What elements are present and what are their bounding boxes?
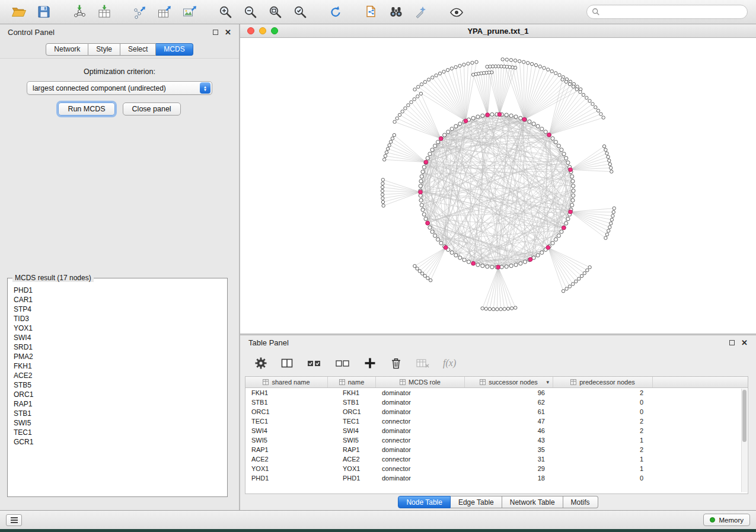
- tab-edge-table[interactable]: Edge Table: [451, 496, 502, 508]
- tab-style[interactable]: Style: [88, 43, 120, 56]
- export-group: [129, 2, 200, 21]
- table-row[interactable]: YOX1YOX1connector291: [245, 464, 748, 473]
- maximize-window-button[interactable]: [271, 27, 278, 34]
- export-table-button[interactable]: [154, 2, 176, 21]
- import-network-button[interactable]: [69, 2, 90, 21]
- network-canvas[interactable]: [240, 38, 756, 334]
- table-row[interactable]: PHD1PHD1dominator180: [245, 473, 748, 483]
- optimization-criterion-select[interactable]: largest connected component (undirected)…: [27, 81, 212, 95]
- result-node[interactable]: ACE2: [14, 371, 227, 380]
- float-table-panel-icon[interactable]: [729, 340, 735, 345]
- column-icon: [400, 379, 406, 385]
- zoom-fit-button[interactable]: [264, 2, 286, 21]
- close-panel-button[interactable]: Close panel: [123, 102, 181, 116]
- search-field[interactable]: [586, 5, 748, 19]
- zoom-selected-button[interactable]: [289, 2, 311, 21]
- tab-select[interactable]: Select: [120, 43, 156, 56]
- result-node[interactable]: SRD1: [14, 342, 227, 352]
- panel-selector-button[interactable]: [6, 514, 22, 526]
- minimize-window-button[interactable]: [259, 27, 266, 34]
- sort-indicator-icon[interactable]: ▾: [546, 379, 549, 385]
- table-row[interactable]: FKH1FKH1dominator962: [245, 388, 748, 398]
- column-header-successor-nodes[interactable]: successor nodes▾: [465, 377, 553, 387]
- column-header-mcds-role[interactable]: MCDS role: [376, 377, 465, 387]
- zoom-fit-icon: [268, 5, 282, 19]
- node-table-body[interactable]: FKH1FKH1dominator962STB1STB1dominator620…: [245, 388, 748, 493]
- table-row[interactable]: ACE2ACE2connector311: [245, 454, 748, 464]
- table-cell: connector: [376, 456, 465, 463]
- close-window-button[interactable]: [247, 27, 254, 34]
- result-node[interactable]: TID3: [14, 314, 227, 323]
- column-icon: [263, 379, 269, 385]
- table-row[interactable]: ORC1ORC1dominator610: [245, 407, 748, 416]
- result-node[interactable]: CAR1: [14, 295, 227, 305]
- result-node[interactable]: ORC1: [14, 390, 227, 399]
- table-scrollbar[interactable]: [741, 389, 747, 492]
- result-node[interactable]: SWI4: [14, 333, 227, 342]
- close-panel-icon[interactable]: ✕: [225, 28, 231, 36]
- result-node[interactable]: STB1: [14, 409, 227, 418]
- table-cell: 0: [553, 408, 653, 415]
- close-table-panel-icon[interactable]: ✕: [741, 339, 748, 347]
- refresh-button[interactable]: [325, 2, 346, 21]
- import-group: [69, 2, 115, 21]
- table-cell: SWI5: [328, 437, 376, 444]
- table-row[interactable]: STB1STB1dominator620: [245, 398, 748, 407]
- tab-network[interactable]: Network: [46, 43, 88, 56]
- network-from-file-button[interactable]: [361, 2, 382, 21]
- main-toolbar: [0, 0, 756, 24]
- select-all-columns-button[interactable]: [307, 357, 322, 370]
- import-table-button[interactable]: [94, 2, 115, 21]
- unselect-all-columns-button[interactable]: [335, 357, 350, 370]
- result-node[interactable]: STP4: [14, 305, 227, 314]
- column-icon: [570, 379, 576, 385]
- result-node[interactable]: GCR1: [14, 437, 227, 447]
- column-header-name[interactable]: name: [328, 377, 376, 387]
- delete-column-button[interactable]: [390, 357, 403, 370]
- table-cell: 2: [553, 427, 653, 434]
- save-session-button[interactable]: [33, 2, 55, 21]
- create-column-button[interactable]: [363, 357, 377, 370]
- table-cell: connector: [376, 418, 465, 425]
- tab-motifs[interactable]: Motifs: [563, 496, 598, 508]
- tab-node-table[interactable]: Node Table: [398, 496, 451, 508]
- run-mcds-button[interactable]: Run MCDS: [58, 102, 114, 116]
- result-node[interactable]: YOX1: [14, 323, 227, 333]
- column-header-shared-name[interactable]: shared name: [245, 377, 328, 387]
- result-node[interactable]: PHD1: [14, 286, 227, 295]
- result-node[interactable]: TEC1: [14, 428, 227, 437]
- show-columns-button[interactable]: [280, 357, 294, 370]
- tab-network-table[interactable]: Network Table: [502, 496, 563, 508]
- search-input[interactable]: [603, 8, 742, 16]
- result-node[interactable]: STB5: [14, 380, 227, 390]
- result-node[interactable]: SWI5: [14, 418, 227, 428]
- table-row[interactable]: SWI4SWI4dominator462: [245, 426, 748, 435]
- result-node[interactable]: FKH1: [14, 361, 227, 371]
- export-image-button[interactable]: [179, 2, 200, 21]
- find-button[interactable]: [385, 2, 407, 21]
- table-settings-button[interactable]: [254, 357, 267, 370]
- table-cell: dominator: [376, 475, 465, 482]
- result-node[interactable]: PMA2: [14, 352, 227, 361]
- export-table-icon: [157, 5, 173, 19]
- export-network-button[interactable]: [129, 2, 151, 21]
- table-row[interactable]: RAP1RAP1dominator352: [245, 445, 748, 454]
- tab-mcds[interactable]: MCDS: [156, 43, 193, 56]
- scrollbar-thumb[interactable]: [742, 390, 747, 442]
- table-row[interactable]: SWI5SWI5connector431: [245, 435, 748, 445]
- memory-button[interactable]: Memory: [703, 514, 750, 526]
- network-window-titlebar[interactable]: YPA_prune.txt_1: [240, 24, 756, 38]
- column-header-filler: [653, 377, 748, 387]
- table-row[interactable]: TEC1TEC1connector472: [245, 416, 748, 426]
- open-file-button[interactable]: [8, 2, 30, 21]
- result-node[interactable]: RAP1: [14, 399, 227, 409]
- mcds-result-list[interactable]: PHD1CAR1STP4TID3YOX1SWI4SRD1PMA2FKH1ACE2…: [8, 278, 227, 496]
- zoom-out-button[interactable]: [240, 2, 261, 21]
- show-hide-button[interactable]: [446, 2, 467, 21]
- zoom-in-button[interactable]: [215, 2, 236, 21]
- float-panel-icon[interactable]: [213, 30, 218, 35]
- graphics-details-button[interactable]: [410, 2, 432, 21]
- column-header-predecessor-nodes[interactable]: predecessor nodes: [553, 377, 653, 387]
- table-cell: 0: [553, 475, 653, 482]
- table-cell: FKH1: [328, 389, 376, 396]
